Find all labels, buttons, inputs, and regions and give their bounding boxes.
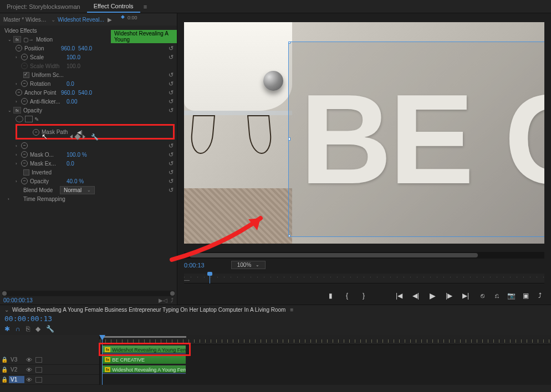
toggle-arrow-icon[interactable]: › — [8, 197, 13, 202]
play-icon[interactable]: ▶ — [108, 17, 112, 23]
snap-icon[interactable]: ✱ — [4, 325, 10, 333]
goto-out-icon[interactable]: ▶| — [461, 292, 470, 300]
toggle-arrow-icon[interactable]: › — [16, 99, 21, 104]
rect-mask-icon[interactable] — [25, 116, 33, 122]
marker-icon[interactable]: ◆ — [35, 325, 40, 333]
reset-icon[interactable]: ↺ — [169, 107, 174, 114]
play-icon[interactable]: ▶ — [428, 291, 437, 300]
scale-value[interactable]: 100.0 — [67, 54, 80, 60]
reset-icon[interactable]: ↺ — [169, 89, 174, 96]
antiflicker-row[interactable]: › Anti-flicker... 0.00 ↺ — [0, 97, 177, 106]
mask-nav-row[interactable]: 🔧 — [0, 132, 177, 141]
stopwatch-icon[interactable] — [21, 178, 28, 184]
toggle-arrow-icon[interactable]: › — [16, 179, 21, 184]
rotation-row[interactable]: › Rotation 0.0 ↺ — [0, 79, 177, 88]
monitor-ruler[interactable] — [184, 274, 544, 283]
reset-icon[interactable]: ↺ — [169, 80, 174, 87]
reset-icon[interactable]: ↺ — [169, 45, 174, 52]
magnet-icon[interactable]: ∩ — [16, 325, 21, 333]
toggle-arrow-icon[interactable]: › — [16, 81, 21, 86]
anchor-x-value[interactable]: 960.0 — [61, 90, 75, 96]
ellipse-mask-icon[interactable] — [16, 116, 23, 122]
add-keyframe-icon[interactable] — [74, 133, 80, 140]
project-tab[interactable]: Project: Storyblockswoman — [0, 1, 87, 12]
reset-icon[interactable]: ↺ — [169, 54, 174, 61]
lock-icon[interactable]: 🔒 — [0, 367, 9, 373]
blend-mode-row[interactable]: Blend Mode Normal ⌄ ↺ — [0, 185, 177, 194]
stopwatch-icon[interactable] — [16, 45, 22, 51]
mask-ex-value[interactable]: 0.0 — [67, 161, 74, 167]
effect-controls-tab[interactable]: Effect Controls — [87, 1, 140, 13]
scale-row[interactable]: › Scale 100.0 ↺ — [0, 53, 177, 61]
ec-scrollbar[interactable] — [2, 291, 175, 296]
toggle-arrow-icon[interactable]: › — [16, 161, 21, 166]
step-back-icon[interactable]: ◀| — [411, 292, 420, 300]
toggle-arrow-icon[interactable]: › — [16, 143, 21, 148]
stopwatch-icon[interactable] — [21, 54, 28, 60]
stopwatch-icon[interactable] — [21, 142, 28, 149]
time-remapping-row[interactable]: › fx Time Remapping — [0, 194, 177, 203]
sequence-header[interactable]: ⌄ Wideshot Revealing A Young Female Busi… — [0, 305, 551, 314]
uniform-checkbox[interactable] — [23, 72, 29, 78]
mark-clip-icon[interactable]: } — [359, 292, 368, 300]
toggle-arrow-icon[interactable]: › — [16, 152, 21, 157]
fx-badge-icon[interactable]: fx — [13, 107, 21, 114]
work-area-bar[interactable] — [102, 336, 186, 338]
eye-icon[interactable]: 👁 — [24, 357, 33, 363]
reset-icon[interactable]: ↺ — [169, 98, 174, 105]
stopwatch-icon[interactable] — [16, 89, 22, 96]
mask-outline[interactable]: BE CR — [288, 42, 544, 237]
timeline-ruler[interactable] — [100, 335, 551, 345]
lift-icon[interactable]: ⎋ — [478, 292, 487, 300]
toggle-arrow-icon[interactable]: › — [16, 55, 21, 60]
monitor-playhead[interactable] — [210, 274, 210, 283]
blend-mode-dropdown[interactable]: Normal ⌄ — [60, 186, 95, 194]
program-monitor[interactable]: BE CR — [184, 22, 544, 244]
monitor-scrollbar-thumb[interactable] — [190, 253, 478, 257]
monitor-scrollbar[interactable] — [184, 252, 544, 259]
ec-mini-timeline[interactable]: ◆ 0:00 — [116, 15, 174, 24]
timeline-tracks[interactable]: fx Wideshot Revealing A Young Female Bus… — [100, 335, 551, 385]
mask-o-value[interactable]: 100.0 % — [67, 152, 87, 158]
fx-badge-icon[interactable]: fx — [13, 36, 21, 43]
export-frame-icon[interactable]: ⤴ — [535, 292, 544, 300]
uniform-scale-row[interactable]: Uniform Sc... ↺ — [0, 70, 177, 79]
opacity-row[interactable]: › Opacity 40.0 % ↺ — [0, 177, 177, 185]
clip-link[interactable]: Wideshot Reveal... — [58, 17, 104, 23]
position-x-value[interactable]: 960.0 — [61, 45, 75, 51]
panel-menu-icon[interactable]: ≡ — [290, 307, 293, 313]
goto-in-icon[interactable]: |◀ — [395, 292, 404, 300]
ec-timecode[interactable]: 00:00:00:13 — [3, 297, 33, 303]
compare-icon[interactable]: ▣ — [521, 292, 530, 300]
opacity-effect-row[interactable]: ⌄ fx Opacity ↺ — [0, 106, 177, 115]
mini-playhead-icon[interactable]: ◆ — [121, 14, 125, 19]
rotation-value[interactable]: 0.0 — [67, 81, 74, 87]
extract-icon[interactable]: ⎌ — [492, 292, 501, 300]
toggle-arrow-icon[interactable]: ⌄ — [8, 37, 13, 42]
prev-keyframe-icon[interactable] — [68, 135, 73, 139]
camera-icon[interactable]: 📷 — [507, 292, 516, 300]
track-settings-icon[interactable]: 🔧 — [91, 133, 99, 141]
clip-v3-audio[interactable] — [102, 353, 186, 354]
track-output-icon[interactable] — [35, 357, 42, 363]
step-forward-icon[interactable]: |▶ — [445, 292, 453, 300]
loop-icon[interactable]: ▶◁ — [159, 297, 167, 303]
position-row[interactable]: Position 960.0 540.0 ↺ — [0, 44, 177, 53]
reset-icon[interactable]: ↺ — [169, 142, 174, 149]
mask-shape-row[interactable]: ✎ — [0, 115, 177, 123]
scrollbar-thumb-left[interactable] — [2, 291, 7, 296]
mark-out-icon[interactable]: { — [343, 292, 351, 300]
panel-menu-icon[interactable]: ≡ — [144, 3, 147, 10]
track-header-v3[interactable]: 🔒 V3 👁 — [0, 355, 99, 365]
reset-icon[interactable]: ↺ — [169, 160, 174, 167]
reset-icon[interactable]: ↺ — [169, 151, 174, 158]
inverted-checkbox[interactable] — [23, 169, 29, 176]
scrollbar-thumb-right[interactable] — [170, 291, 175, 296]
export-icon[interactable]: ⤴ — [171, 297, 174, 303]
track-output-icon[interactable] — [35, 367, 42, 373]
antiflicker-value[interactable]: 0.00 — [67, 99, 77, 105]
reset-icon[interactable]: ↺ — [169, 178, 174, 185]
clip-v2[interactable]: fx BE CREATIVE — [102, 355, 186, 364]
track-header-v1[interactable]: 🔒 V1 👁 — [0, 375, 99, 385]
stopwatch-icon[interactable] — [21, 160, 28, 167]
